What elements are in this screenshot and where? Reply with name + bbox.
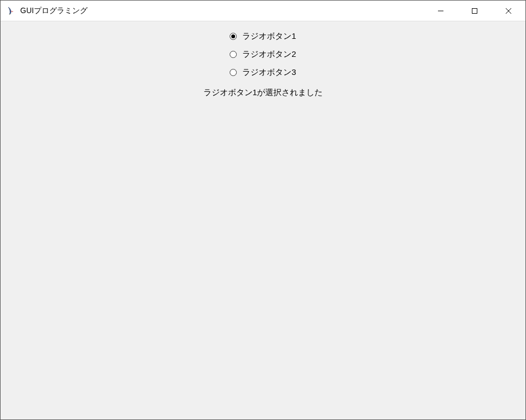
svg-rect-1 <box>472 8 477 13</box>
radio-indicator-icon <box>230 69 237 76</box>
maximize-button[interactable] <box>458 1 492 21</box>
close-button[interactable] <box>492 1 525 21</box>
radio-button-2[interactable]: ラジオボタン2 <box>230 49 296 60</box>
radio-button-3[interactable]: ラジオボタン3 <box>230 67 296 78</box>
window-title: GUIプログラミング <box>20 6 424 16</box>
titlebar: GUIプログラミング <box>1 1 525 21</box>
radio-label: ラジオボタン3 <box>242 67 296 78</box>
window-controls <box>424 1 525 21</box>
app-icon <box>6 6 16 16</box>
radio-indicator-icon <box>230 33 237 40</box>
radio-label: ラジオボタン2 <box>242 49 296 60</box>
radio-label: ラジオボタン1 <box>242 31 296 42</box>
radio-indicator-icon <box>230 51 237 58</box>
radio-button-1[interactable]: ラジオボタン1 <box>230 31 296 42</box>
status-label: ラジオボタン1が選択されました <box>203 88 323 98</box>
app-window: GUIプログラミング ラジオボタン1 <box>0 0 526 420</box>
content-area: ラジオボタン1 ラジオボタン2 ラジオボタン3 ラジオボタン1が選択されました <box>1 21 525 419</box>
minimize-button[interactable] <box>424 1 458 21</box>
